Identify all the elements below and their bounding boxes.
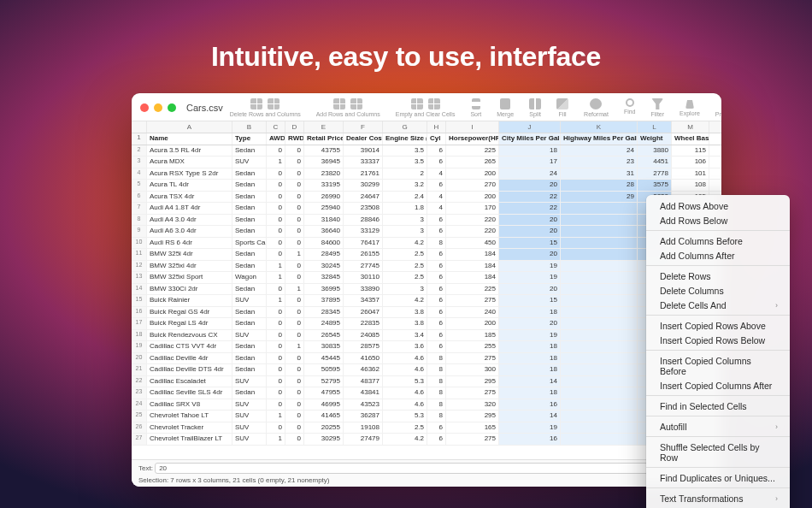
cell[interactable]: 21761 bbox=[344, 168, 383, 180]
sort-icon[interactable] bbox=[472, 98, 480, 109]
column-header[interactable]: D bbox=[285, 121, 304, 133]
cell[interactable]: Buick Rainier bbox=[147, 295, 232, 306]
spreadsheet-grid[interactable]: ABCDEFGHIJKLM 1NameTypeAWDRWDRetail Pric… bbox=[132, 121, 721, 459]
cell[interactable]: 6 bbox=[427, 284, 446, 295]
row-number[interactable]: 11 bbox=[132, 249, 147, 260]
cell[interactable]: 1.8 bbox=[383, 203, 427, 214]
cell[interactable]: 4.6 bbox=[383, 353, 427, 364]
footer-text-value[interactable]: 20 bbox=[155, 463, 676, 474]
cell[interactable]: 320 bbox=[446, 399, 499, 411]
cell[interactable]: 1 bbox=[267, 434, 285, 445]
cell[interactable]: 6 bbox=[427, 307, 446, 318]
cell[interactable]: 0 bbox=[285, 422, 304, 434]
column-name[interactable]: Dealer Cost bbox=[344, 133, 383, 145]
data-row[interactable]: 2Acura 3.5 RL 4drSedan0043755390143.5622… bbox=[132, 145, 721, 157]
cell[interactable]: 2.5 bbox=[383, 422, 427, 434]
cell[interactable] bbox=[561, 272, 638, 283]
column-header[interactable]: J bbox=[499, 121, 561, 133]
row-number[interactable]: 13 bbox=[132, 272, 147, 283]
cell[interactable]: 8 bbox=[427, 399, 446, 411]
cell[interactable]: 200 bbox=[446, 168, 499, 180]
column-name[interactable]: Type bbox=[232, 133, 267, 145]
cell[interactable]: 20 bbox=[499, 226, 561, 237]
data-row[interactable]: 14BMW 330Ci 2drSedan0136995338903622520 bbox=[132, 284, 721, 296]
cell[interactable] bbox=[561, 249, 638, 260]
zoom-icon[interactable] bbox=[168, 103, 176, 112]
funnel-icon[interactable] bbox=[651, 98, 663, 109]
menu-item[interactable]: Add Rows Below bbox=[646, 213, 790, 227]
close-icon[interactable] bbox=[140, 103, 149, 112]
data-row[interactable]: 27Chevrolet TrailBlazer LTSUV10302952747… bbox=[132, 434, 721, 446]
cell[interactable]: Buick Regal LS 4dr bbox=[147, 318, 232, 329]
row-number[interactable]: 25 bbox=[132, 411, 147, 422]
cell[interactable]: Cadillac Deville DTS 4dr bbox=[147, 364, 232, 375]
data-row[interactable]: 21Cadillac Deville DTS 4drSedan005059546… bbox=[132, 364, 721, 376]
data-row[interactable]: 5Acura TL 4drSedan0033195302993.26270202… bbox=[132, 180, 721, 192]
cell[interactable]: 4.6 bbox=[383, 399, 427, 411]
cell[interactable]: 20255 bbox=[304, 422, 344, 434]
cell[interactable]: 0 bbox=[285, 145, 304, 157]
cell[interactable]: 0 bbox=[267, 192, 285, 203]
cell[interactable]: Cadillac Deville 4dr bbox=[147, 353, 232, 364]
column-header[interactable]: B bbox=[232, 121, 267, 133]
cell[interactable] bbox=[561, 203, 638, 214]
cell[interactable]: 8 bbox=[427, 387, 446, 399]
cell[interactable]: Acura MDX bbox=[147, 157, 232, 168]
column-header[interactable]: L bbox=[638, 121, 672, 133]
data-row[interactable]: 16Buick Regal GS 4drSedan0028345260473.8… bbox=[132, 307, 721, 319]
column-name[interactable]: RWD bbox=[285, 133, 304, 145]
cell[interactable]: 295 bbox=[446, 411, 499, 422]
cell[interactable]: 0 bbox=[285, 307, 304, 318]
cell[interactable]: 184 bbox=[446, 261, 499, 272]
cell[interactable]: Sedan bbox=[232, 284, 267, 295]
cell[interactable] bbox=[561, 341, 638, 352]
cell[interactable]: Sedan bbox=[232, 168, 267, 180]
cell[interactable]: 295 bbox=[446, 376, 499, 387]
cell[interactable] bbox=[561, 364, 638, 375]
data-row[interactable]: 13BMW 325xi SportWagon1032845301102.5618… bbox=[132, 272, 721, 284]
cell[interactable]: 19 bbox=[499, 272, 561, 283]
cell[interactable]: Sedan bbox=[232, 145, 267, 157]
cell[interactable]: 19108 bbox=[344, 422, 383, 434]
row-number[interactable]: 1 bbox=[132, 133, 147, 145]
cell[interactable]: 28575 bbox=[344, 341, 383, 352]
column-header[interactable]: H bbox=[427, 121, 446, 133]
cell[interactable]: 3.5 bbox=[383, 157, 427, 168]
cell[interactable]: Sports Car bbox=[232, 238, 267, 249]
cell[interactable]: Chevrolet Tracker bbox=[147, 422, 232, 434]
cell[interactable]: 39014 bbox=[344, 145, 383, 157]
column-name[interactable]: Horsepower(HP) bbox=[446, 133, 499, 145]
cell[interactable]: 0 bbox=[285, 157, 304, 168]
cell[interactable]: 5.3 bbox=[383, 411, 427, 422]
cell[interactable]: 0 bbox=[267, 238, 285, 249]
cell[interactable]: 19 bbox=[499, 330, 561, 341]
cell[interactable]: Sedan bbox=[232, 226, 267, 237]
cell[interactable]: 0 bbox=[267, 364, 285, 375]
row-number[interactable]: 16 bbox=[132, 307, 147, 318]
cell[interactable]: SUV bbox=[232, 434, 267, 445]
cell[interactable]: 1 bbox=[267, 411, 285, 422]
cell[interactable]: 76417 bbox=[344, 238, 383, 249]
cell[interactable]: 33129 bbox=[344, 226, 383, 237]
cell[interactable]: 19 bbox=[499, 261, 561, 272]
data-row[interactable]: 19Cadillac CTS VVT 4drSedan0130835285753… bbox=[132, 341, 721, 353]
row-number[interactable]: 5 bbox=[132, 180, 147, 191]
row-number[interactable]: 7 bbox=[132, 203, 147, 214]
cell[interactable]: 0 bbox=[267, 284, 285, 295]
cell[interactable]: 0 bbox=[285, 295, 304, 306]
cell[interactable]: 265 bbox=[446, 157, 499, 168]
menu-item[interactable]: Find in Selected Cells bbox=[646, 399, 790, 413]
cell[interactable]: 43841 bbox=[344, 387, 383, 399]
cell[interactable]: 8 bbox=[427, 238, 446, 249]
cell[interactable]: 0 bbox=[285, 168, 304, 180]
cell[interactable]: Chevrolet Tahoe LT bbox=[147, 411, 232, 422]
cell[interactable]: 0 bbox=[267, 203, 285, 214]
cell[interactable]: 0 bbox=[267, 180, 285, 191]
cell[interactable]: 0 bbox=[267, 330, 285, 341]
merge-icon[interactable] bbox=[500, 98, 510, 109]
row-number[interactable]: 21 bbox=[132, 364, 147, 375]
menu-item[interactable]: Insert Copied Rows Above bbox=[646, 318, 790, 333]
cell[interactable]: 31 bbox=[561, 168, 638, 180]
cell[interactable]: 0 bbox=[285, 180, 304, 191]
cell[interactable]: 0 bbox=[285, 353, 304, 364]
